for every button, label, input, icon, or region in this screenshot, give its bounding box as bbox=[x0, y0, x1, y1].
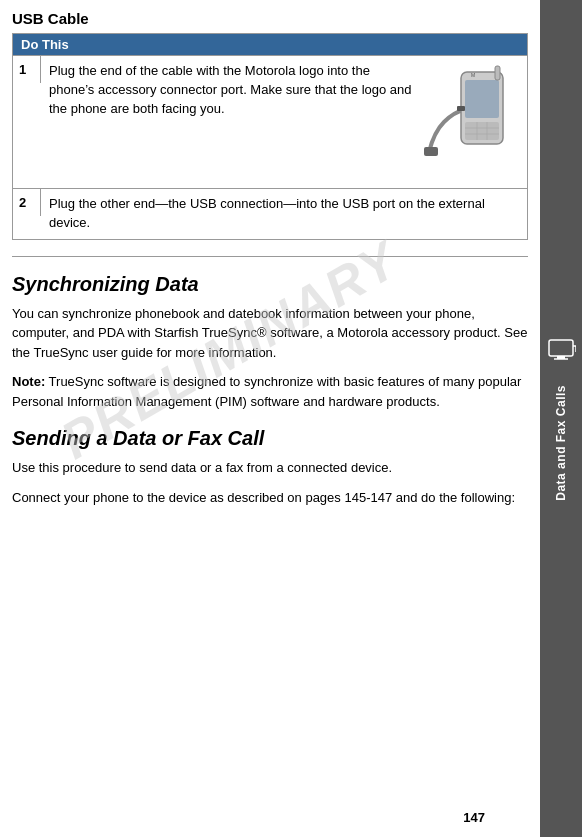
svg-text:M: M bbox=[471, 72, 475, 78]
section1-body: You can synchronize phonebook and datebo… bbox=[12, 304, 528, 363]
row1-inner: Plug the end of the cable with the Motor… bbox=[49, 62, 519, 182]
page-title: USB Cable bbox=[12, 10, 528, 27]
section2-heading: Sending a Data or Fax Call bbox=[12, 427, 528, 450]
row2-content: Plug the other end—the USB connection—in… bbox=[41, 189, 527, 239]
svg-rect-0 bbox=[424, 147, 438, 156]
section1-note: Note: TrueSync software is designed to s… bbox=[12, 372, 528, 411]
row1-content: Plug the end of the cable with the Motor… bbox=[41, 56, 527, 188]
phone-cable-image: M bbox=[419, 62, 519, 182]
section2-para1: Use this procedure to send data or a fax… bbox=[12, 458, 528, 478]
svg-rect-8 bbox=[495, 66, 500, 80]
svg-rect-11 bbox=[549, 340, 573, 356]
table-row: 1 Plug the end of the cable with the Mot… bbox=[13, 55, 527, 188]
row1-num: 1 bbox=[13, 56, 41, 83]
usb-table: Do This 1 Plug the end of the cable with… bbox=[12, 33, 528, 240]
section2-para2: Connect your phone to the device as desc… bbox=[12, 488, 528, 508]
monitor-icon bbox=[546, 336, 576, 369]
page-container: USB Cable Do This 1 Plug the end of the … bbox=[0, 0, 540, 837]
note-label: Note: bbox=[12, 374, 45, 389]
row1-text: Plug the end of the cable with the Motor… bbox=[49, 62, 413, 119]
row2-num: 2 bbox=[13, 189, 41, 216]
svg-rect-3 bbox=[465, 122, 499, 140]
divider bbox=[12, 256, 528, 257]
table-header: Do This bbox=[13, 34, 527, 55]
row2-text: Plug the other end—the USB connection—in… bbox=[49, 195, 519, 233]
note-body: TrueSync software is designed to synchro… bbox=[12, 374, 521, 409]
sidebar-label: Data and Fax Calls bbox=[554, 385, 568, 501]
svg-rect-2 bbox=[465, 80, 499, 118]
svg-rect-10 bbox=[457, 106, 465, 111]
section1-heading: Synchronizing Data bbox=[12, 273, 528, 296]
phone-cable-svg: M bbox=[419, 62, 519, 182]
page-number: 147 bbox=[463, 810, 485, 825]
table-row: 2 Plug the other end—the USB connection—… bbox=[13, 188, 527, 239]
sidebar: Data and Fax Calls bbox=[540, 0, 582, 837]
